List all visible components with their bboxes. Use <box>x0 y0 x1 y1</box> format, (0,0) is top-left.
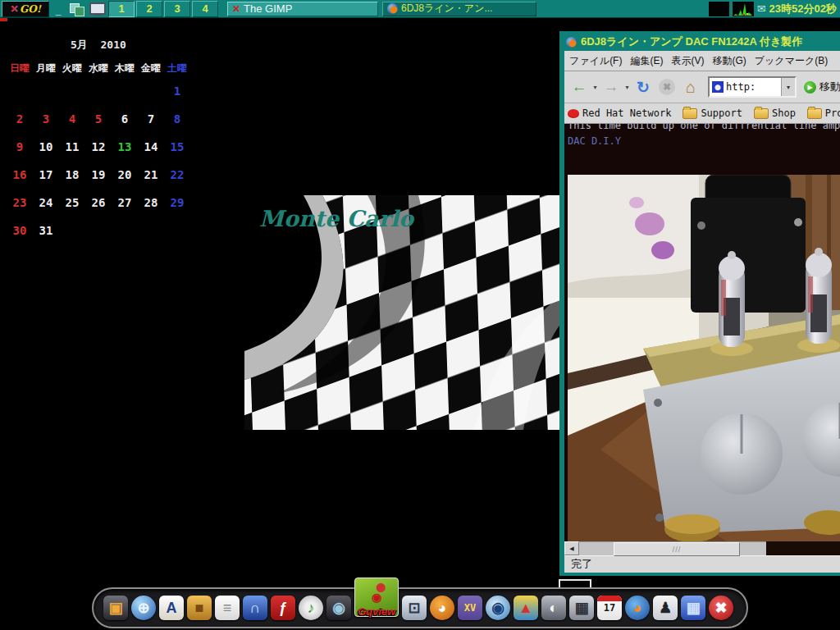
scroll-left-arrow[interactable]: ◀ <box>564 541 579 555</box>
menu-item[interactable]: ファイル(F) <box>569 54 622 68</box>
package-manager-icon[interactable]: ■ <box>187 596 212 620</box>
clock: 23時52分02秒 <box>769 2 838 16</box>
go-menu-label: GO! <box>20 3 41 15</box>
games-tux-icon[interactable]: ♟ <box>653 596 678 620</box>
video-player-icon[interactable]: ◉ <box>326 596 351 620</box>
bookmark-item[interactable]: Red Hat Network <box>568 107 671 119</box>
home-button[interactable]: ⌂ <box>679 75 702 98</box>
menu-item[interactable]: 編集(E) <box>630 54 663 68</box>
xv-viewer-icon[interactable]: XV <box>458 596 482 620</box>
scrollbar-thumb[interactable]: /// <box>614 542 740 556</box>
browser-window: 6DJ8ライン・アンプ DAC FN1242A 付き製作 ファイル(F)編集(E… <box>559 31 840 576</box>
pdf-reader-icon[interactable]: ƒ <box>271 596 295 620</box>
calendar-day-empty <box>59 77 85 105</box>
image-viewer-icon[interactable]: ▲ <box>514 596 538 620</box>
workspace-button-3[interactable]: 3 <box>164 1 190 17</box>
scrollbar-track[interactable]: /// <box>579 541 766 555</box>
terminal-shell-icon[interactable]: ▣ <box>103 596 128 620</box>
bookmark-item[interactable]: Products <box>807 107 840 119</box>
calendar-day: 6 <box>112 105 138 133</box>
bookmark-label: Shop <box>772 107 796 119</box>
calculator-icon[interactable]: ▦ <box>569 596 594 620</box>
bookmark-label: Support <box>701 107 742 119</box>
dock: ▣⊕A■≡∩ƒ♪◉◉Gqview⊡◕XV◉▲◐▦17◕♟▦✖ <box>92 587 748 628</box>
network-computer-icon[interactable]: ⊡ <box>402 596 427 620</box>
calendar-day-header: 水曜 <box>85 59 112 77</box>
bookmarks-bar: Red Hat NetworkSupportShopProducts <box>564 103 840 124</box>
blender-icon[interactable]: ◕ <box>430 596 454 620</box>
logout-icon[interactable]: ✖ <box>709 596 733 620</box>
browser-titlebar[interactable]: 6DJ8ライン・アンプ DAC FN1242A 付き製作 <box>564 33 840 51</box>
audio-headset-icon[interactable]: ∩ <box>243 596 267 620</box>
word-processor-icon[interactable]: A <box>159 596 184 620</box>
back-dropdown[interactable]: ▾ <box>591 75 599 98</box>
workspace-switcher: 1234 <box>108 1 218 17</box>
workspace-button-2[interactable]: 2 <box>136 1 162 17</box>
web-globe-icon[interactable]: ⊕ <box>131 596 156 620</box>
taskbar-task-browser[interactable]: 6DJ8ライン・アン... <box>382 2 536 16</box>
tray-blank-applet <box>709 2 729 16</box>
photo-transformer <box>691 175 806 313</box>
cube-3d-icon[interactable]: ▦ <box>681 596 705 620</box>
calendar-day-empty <box>138 77 164 105</box>
minimize-icon[interactable]: _ <box>52 2 65 16</box>
calendar-day: 29 <box>164 189 190 217</box>
reload-button[interactable]: ↻ <box>632 75 655 98</box>
go-button[interactable]: ▶ 移動 <box>804 80 840 94</box>
gimp-wilber-icon[interactable]: ◐ <box>541 596 566 620</box>
mail-icon[interactable]: ✉ <box>757 2 766 15</box>
bluefish-icon[interactable]: ◉ <box>486 596 510 620</box>
amplifier-photo <box>568 175 840 541</box>
taskbar-task-gimp[interactable]: ✕ The GIMP <box>227 2 378 16</box>
url-bar[interactable]: http: ▾ <box>708 76 797 98</box>
url-history-dropdown[interactable]: ▾ <box>781 78 795 96</box>
status-text: 完了 <box>571 557 592 572</box>
calendar-day: 8 <box>164 105 190 133</box>
documents-icon[interactable]: ≡ <box>215 596 240 620</box>
bookmark-item[interactable]: Support <box>682 107 742 119</box>
go-menu-button[interactable]: ✕ GO! <box>2 1 49 17</box>
calendar-day: 3 <box>33 105 59 133</box>
folder-icon <box>754 108 769 119</box>
calendar-day: 13 <box>112 133 138 161</box>
url-input[interactable]: http: <box>726 81 781 93</box>
monitor-icon[interactable] <box>88 2 106 16</box>
calendar-icon[interactable]: 17 <box>597 596 622 620</box>
menu-item[interactable]: 移動(G) <box>712 54 746 68</box>
calendar-day: 25 <box>59 189 85 217</box>
status-bar: 完了 <box>564 555 840 573</box>
calendar-day-header: 木曜 <box>112 59 138 77</box>
calendar-day: 20 <box>112 161 138 189</box>
system-tray: ✉ 23時52分02秒 <box>709 2 838 16</box>
browser-title: 6DJ8ライン・アンプ DAC FN1242A 付き製作 <box>581 34 802 49</box>
menu-item[interactable]: ブックマーク(B) <box>755 54 828 68</box>
workspace-button-1[interactable]: 1 <box>108 1 135 17</box>
calendar-day-empty <box>112 77 138 105</box>
calendar-day: 26 <box>85 189 112 217</box>
forward-dropdown[interactable]: ▾ <box>623 75 631 98</box>
pager-icon[interactable] <box>67 2 85 16</box>
menu-item[interactable]: 表示(V) <box>671 54 704 68</box>
calendar-day: 31 <box>33 217 59 244</box>
bookmark-item[interactable]: Shop <box>754 107 796 119</box>
back-button[interactable]: ← <box>568 75 591 98</box>
home-icon: ⌂ <box>686 78 696 97</box>
checkered-flag-graphic: Monte Carlo <box>244 195 562 430</box>
music-cd-icon[interactable]: ♪ <box>299 596 323 620</box>
calendar-day: 27 <box>112 189 138 217</box>
calendar-day: 30 <box>7 217 33 244</box>
firefox-icon[interactable]: ◕ <box>625 596 650 620</box>
forward-button[interactable]: → <box>600 75 623 98</box>
gimp-task-icon: ✕ <box>232 3 240 15</box>
gqview-icon[interactable]: ◉Gqview <box>354 578 399 617</box>
calendar-day-empty <box>33 77 59 105</box>
page-text-line2: DAC D.I.Y <box>568 135 621 147</box>
workspace-button-4[interactable]: 4 <box>192 1 218 17</box>
stop-button[interactable]: ✖ <box>655 75 678 98</box>
taskbar: ✕ GO! _ 1234 ✕ The GIMP 6DJ8ライン・アン... ✉ … <box>0 0 840 18</box>
forward-icon: → <box>604 78 619 96</box>
bookmark-label: Products <box>825 107 840 119</box>
page-text-line1: This time build up one of diffrential li… <box>568 124 840 131</box>
monitor-screen <box>89 2 106 15</box>
calendar-day-header: 金曜 <box>138 59 164 77</box>
